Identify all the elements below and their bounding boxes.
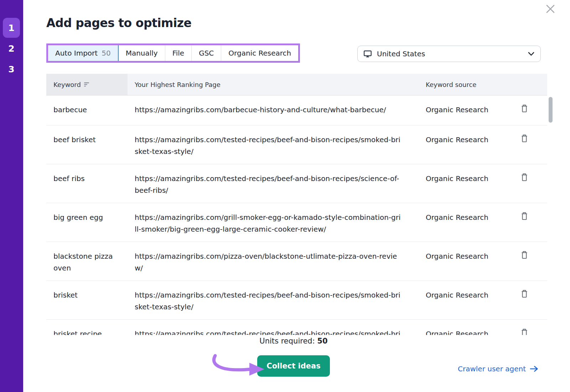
units-required-label: Units required:	[259, 337, 317, 345]
tab-manually[interactable]: Manually	[119, 45, 165, 61]
keyword-cell: big green egg	[46, 203, 128, 230]
trash-icon[interactable]	[520, 103, 529, 113]
tab-organic-research[interactable]: Organic Research	[221, 45, 298, 61]
units-required-value: 50	[317, 337, 327, 345]
tab-count-badge: 50	[102, 49, 110, 57]
tab-label: Auto Import	[55, 49, 98, 57]
table-row: barbecue https://amazingribs.com/barbecu…	[46, 96, 547, 125]
tab-label: GSC	[199, 49, 214, 57]
crawler-link-label: Crawler user agent	[458, 365, 526, 373]
keyword-cell: blackstone pizza oven	[46, 242, 128, 280]
trash-icon[interactable]	[520, 250, 529, 260]
url-cell: https://amazingribs.com/tested-recipes/b…	[128, 164, 416, 203]
keyword-cell: beef ribs	[46, 164, 128, 191]
close-button[interactable]	[544, 3, 556, 15]
keyword-cell: brisket recipe	[46, 320, 128, 335]
step-indicator-2[interactable]: 2	[3, 43, 20, 54]
chevron-down-icon	[528, 52, 535, 56]
table-row: blackstone pizza oven https://amazingrib…	[46, 242, 547, 281]
table-header-keyword-source: Keyword source	[416, 74, 520, 95]
table-scrollbar[interactable]	[549, 97, 553, 123]
trash-icon[interactable]	[520, 327, 529, 335]
stepper-sidebar: 1 2 3	[0, 0, 23, 392]
url-cell: https://amazingribs.com/barbecue-history…	[128, 96, 416, 122]
close-icon	[545, 4, 556, 14]
step-indicator-3[interactable]: 3	[3, 63, 20, 75]
tab-label: File	[172, 49, 184, 57]
tab-label: Manually	[126, 49, 158, 57]
keyword-cell: barbecue	[46, 96, 128, 122]
trash-icon[interactable]	[520, 289, 529, 299]
table-header-keyword[interactable]: Keyword	[46, 74, 128, 95]
keyword-cell: brisket	[46, 281, 128, 308]
url-cell: https://amazingribs.com/tested-recipes/b…	[128, 320, 416, 335]
keywords-table-body: barbecue https://amazingribs.com/barbecu…	[46, 96, 547, 335]
source-cell: Organic Research	[416, 125, 520, 152]
region-select-value: United States	[377, 50, 425, 58]
crawler-user-agent-link[interactable]: Crawler user agent	[458, 365, 539, 373]
tab-gsc[interactable]: GSC	[192, 45, 221, 61]
column-label: Keyword source	[426, 81, 476, 88]
source-cell: Organic Research	[416, 96, 520, 122]
table-row: brisket recipe https://amazingribs.com/t…	[46, 320, 547, 335]
url-cell: https://amazingribs.com/pizza-oven/black…	[128, 242, 416, 280]
url-cell: https://amazingribs.com/tested-recipes/b…	[128, 125, 416, 164]
column-label: Your Highest Ranking Page	[135, 81, 221, 88]
trash-icon[interactable]	[520, 211, 529, 221]
region-select[interactable]: United States	[357, 46, 541, 62]
desktop-monitor-icon	[363, 50, 372, 58]
url-cell: https://amazingribs.com/tested-recipes/b…	[128, 281, 416, 319]
add-pages-modal: 1 2 3 Add pages to optimize Auto Import …	[0, 0, 570, 392]
tabs-highlight-annotation: Auto Import 50 Manually File GSC Organic…	[46, 43, 300, 63]
source-cell: Organic Research	[416, 242, 520, 269]
tab-file[interactable]: File	[165, 45, 192, 61]
units-required: Units required: 50	[46, 337, 541, 345]
page-title: Add pages to optimize	[46, 16, 191, 30]
table-row: beef brisket https://amazingribs.com/tes…	[46, 125, 547, 164]
source-cell: Organic Research	[416, 203, 520, 230]
tab-label: Organic Research	[228, 49, 291, 57]
source-cell: Organic Research	[416, 164, 520, 191]
source-cell: Organic Research	[416, 320, 520, 335]
table-row: brisket https://amazingribs.com/tested-r…	[46, 281, 547, 320]
table-header-ranking-page: Your Highest Ranking Page	[128, 74, 416, 95]
url-cell: https://amazingribs.com/grill-smoker-egg…	[128, 203, 416, 242]
step-indicator-1[interactable]: 1	[3, 18, 20, 38]
table-header: Keyword Your Highest Ranking Page Keywor…	[46, 74, 547, 96]
trash-icon[interactable]	[520, 133, 529, 143]
collect-ideas-button[interactable]: Collect ideas	[257, 355, 330, 377]
source-cell: Organic Research	[416, 281, 520, 308]
table-row: big green egg https://amazingribs.com/gr…	[46, 203, 547, 242]
arrow-right-icon	[530, 366, 539, 372]
keyword-cell: beef brisket	[46, 125, 128, 152]
column-label: Keyword	[53, 81, 81, 88]
table-row: beef ribs https://amazingribs.com/tested…	[46, 164, 547, 203]
tab-auto-import[interactable]: Auto Import 50	[48, 45, 119, 61]
sort-icon[interactable]	[84, 82, 90, 87]
table-header-actions	[520, 74, 547, 95]
trash-icon[interactable]	[520, 172, 529, 182]
